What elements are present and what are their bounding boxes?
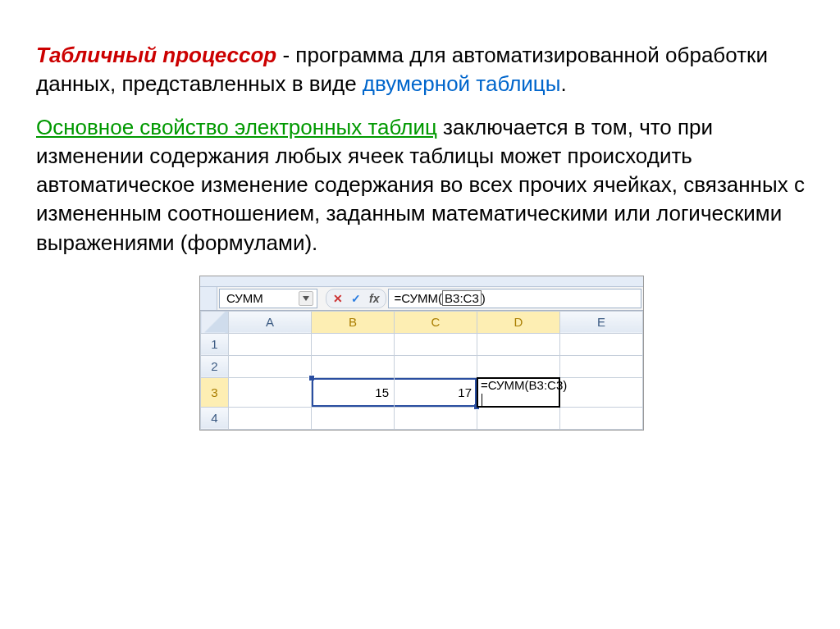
col-header-d[interactable]: D [477, 311, 560, 333]
cell-c4[interactable] [395, 407, 477, 429]
select-all-corner[interactable] [201, 311, 229, 333]
cancel-icon[interactable]: ✕ [331, 292, 345, 305]
cell-b1[interactable] [312, 333, 395, 355]
cell-a2[interactable] [229, 355, 312, 377]
cell-a1[interactable] [229, 333, 312, 355]
cell-e2[interactable] [560, 355, 643, 377]
row-2: 2 [201, 355, 643, 377]
row-4: 4 [201, 407, 643, 429]
name-box-value: СУММ [226, 291, 263, 305]
cell-e3[interactable] [560, 377, 643, 407]
cell-d4[interactable] [477, 407, 560, 429]
cell-e4[interactable] [560, 407, 643, 429]
formula-input[interactable]: =СУММ(B3:C3) [388, 289, 641, 308]
selection-handle-icon [308, 375, 315, 381]
cell-c2[interactable] [395, 355, 477, 377]
cell-e1[interactable] [560, 333, 643, 355]
green-term: Основное свойство электронных таблиц [36, 115, 437, 139]
row-1: 1 [201, 333, 643, 355]
accept-icon[interactable]: ✓ [349, 292, 363, 305]
name-box-dropdown-icon[interactable] [299, 291, 313, 306]
excel-ribbon-edge [200, 276, 643, 287]
cell-b3[interactable]: 15 [312, 377, 395, 407]
formula-bar-buttons: ✕ ✓ fx [326, 289, 386, 308]
cell-c3-value: 17 [458, 385, 472, 399]
row-header-2[interactable]: 2 [201, 355, 229, 377]
formula-arg: B3:C3 [442, 290, 482, 306]
paragraph-1: Табличный процессор - программа для авто… [36, 41, 807, 98]
row-header-1[interactable]: 1 [201, 333, 229, 355]
cell-d2[interactable] [477, 355, 560, 377]
para1-period: . [560, 71, 566, 96]
row-3: 3 15 17 =СУММ(B3:C3) [201, 377, 643, 407]
cell-a4[interactable] [229, 407, 312, 429]
excel-screenshot: СУММ ✕ ✓ fx =СУММ(B3:C3) A B [199, 276, 644, 431]
column-header-row: A B C D E [201, 311, 643, 333]
blue-term: двумерной таблицы [363, 71, 561, 96]
spreadsheet-grid[interactable]: A B C D E 1 2 [200, 311, 643, 430]
text-cursor-icon [482, 394, 482, 407]
col-header-a[interactable]: A [229, 311, 312, 333]
cell-d3[interactable]: =СУММ(B3:C3) [477, 377, 560, 407]
cell-c1[interactable] [395, 333, 477, 355]
cell-c3[interactable]: 17 [395, 377, 477, 407]
col-header-b[interactable]: B [312, 311, 395, 333]
formula-prefix: =СУММ( [394, 291, 442, 305]
slide: Табличный процессор - программа для авто… [0, 0, 840, 447]
title-term: Табличный процессор [36, 43, 276, 67]
paragraph-2: Основное свойство электронных таблиц зак… [36, 113, 807, 257]
col-header-e[interactable]: E [560, 311, 643, 333]
name-box[interactable]: СУММ [219, 289, 317, 308]
cell-a3[interactable] [229, 377, 312, 407]
col-header-c[interactable]: C [395, 311, 477, 333]
row-header-4[interactable]: 4 [201, 407, 229, 429]
cell-d1[interactable] [477, 333, 560, 355]
fx-icon[interactable]: fx [368, 292, 381, 305]
cell-b2[interactable] [312, 355, 395, 377]
formula-bar-spacer [200, 287, 217, 310]
formula-suffix: ) [482, 291, 486, 305]
cell-b3-value: 15 [375, 385, 389, 399]
formula-bar: СУММ ✕ ✓ fx =СУММ(B3:C3) [200, 287, 643, 311]
row-header-3[interactable]: 3 [201, 377, 229, 407]
cell-b4[interactable] [312, 407, 395, 429]
cell-d3-value: =СУММ(B3:C3) [481, 378, 567, 392]
